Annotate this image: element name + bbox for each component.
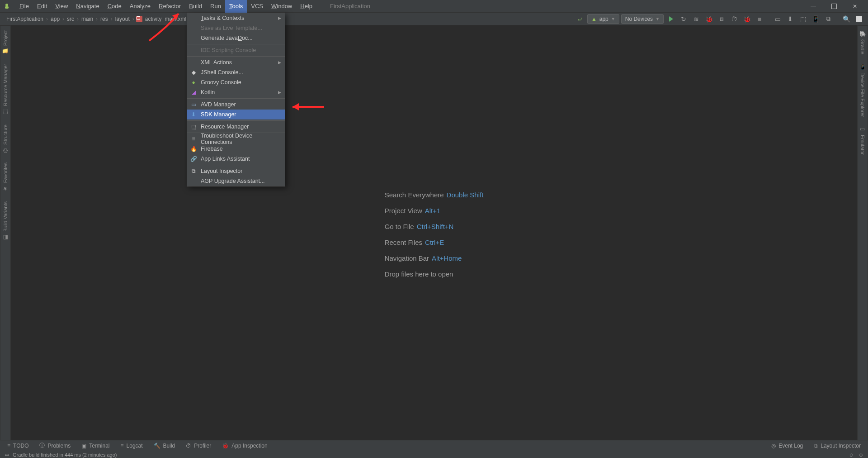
menu-run[interactable]: Run — [206, 0, 225, 13]
welcome-shortcut: Ctrl+Shift+N — [417, 223, 454, 230]
toolwindow-todo[interactable]: ≡TODO — [3, 440, 33, 451]
close-button[interactable] — [844, 0, 865, 13]
coverage-icon[interactable]: ⧈ — [716, 14, 727, 24]
device-file-explorer-icon: 📱 — [859, 63, 866, 70]
debug-step-icon[interactable]: ↻ — [678, 14, 689, 24]
menu-item-label: Groovy Console — [201, 79, 281, 86]
breadcrumb-item[interactable]: src — [66, 16, 75, 22]
toolwindow-build[interactable]: 🔨Build — [149, 440, 180, 451]
breadcrumb-item[interactable]: res — [99, 16, 109, 22]
menu-file[interactable]: File — [15, 0, 33, 13]
tools-resource-manager[interactable]: ⬚Resource Manager — [187, 122, 285, 132]
minimize-button[interactable] — [803, 0, 824, 13]
menu-item-label: Save as Live Template... — [201, 25, 281, 31]
device-explorer-icon[interactable]: 📱 — [810, 14, 821, 24]
menu-navigate[interactable]: Navigate — [72, 0, 103, 13]
avd-icon: ▭ — [190, 101, 197, 108]
attach-debugger-icon[interactable]: 🐞 — [741, 14, 752, 24]
toolwindow-label: Profiler — [194, 443, 211, 449]
menu-build[interactable]: Build — [185, 0, 206, 13]
profiler-icon[interactable]: ≋ — [691, 14, 702, 24]
maximize-button[interactable] — [824, 0, 844, 13]
stripe-emulator[interactable]: ▭Emulator — [859, 121, 866, 159]
breadcrumb-item[interactable]: FirstApplication — [5, 16, 44, 22]
menu-tools[interactable]: Tools — [225, 0, 247, 13]
breadcrumb-sep: › — [44, 16, 50, 22]
status-face-icon[interactable]: ☺ — [849, 452, 854, 458]
stripe-favorites[interactable]: ★Favorites — [2, 158, 9, 196]
breadcrumb-item[interactable]: app — [50, 16, 61, 22]
toolwindow-profiler[interactable]: ⏱Profiler — [181, 440, 216, 451]
sdk-manager-icon[interactable]: ⬇ — [785, 14, 796, 24]
stripe-structure[interactable]: ⌬Structure — [2, 120, 9, 158]
toolwindow-problems[interactable]: ⓘProblems — [35, 440, 75, 451]
menu-separator — [187, 56, 285, 57]
toolwindow-layout-inspector[interactable]: ⧉Layout Inspector — [809, 440, 865, 451]
run-config-selector[interactable]: ▲ app ▼ — [587, 14, 619, 24]
search-icon[interactable]: 🔍 — [841, 14, 852, 24]
tools-layout-inspector[interactable]: ⧉Layout Inspector — [187, 166, 285, 176]
toolwindow-event-log[interactable]: ◎Event Log — [767, 440, 807, 451]
stripe-resource-manager[interactable]: ⬚Resource Manager — [2, 59, 9, 120]
editor-area: Search EverywhereDouble ShiftProject Vie… — [11, 25, 857, 444]
debug-icon[interactable]: 🐞 — [703, 14, 714, 24]
sync-icon[interactable]: ⤾ — [575, 14, 585, 24]
firebase-icon: 🔥 — [190, 145, 197, 153]
welcome-line: Go to FileCtrl+Shift+N — [385, 223, 484, 230]
breadcrumb-item[interactable]: main — [80, 16, 94, 22]
toolwindow-label: Problems — [47, 443, 71, 449]
xml-file-icon — [136, 16, 142, 22]
toolwindow-terminal[interactable]: ▣Terminal — [77, 440, 114, 451]
menu-window[interactable]: Window — [267, 0, 296, 13]
menu-analyze[interactable]: Analyze — [126, 0, 155, 13]
tools-jshell-console[interactable]: ◆JShell Console... — [187, 67, 285, 77]
toolwindow-logcat[interactable]: ≡Logcat — [116, 440, 147, 451]
menu-item-label: Resource Manager — [201, 124, 281, 130]
menu-code[interactable]: Code — [104, 0, 126, 13]
build-variants-icon: ◧ — [2, 234, 9, 241]
right-tool-stripe: 🐘Gradle📱Device File Explorer▭Emulator — [857, 25, 868, 444]
menu-edit[interactable]: Edit — [33, 0, 51, 13]
tools-kotlin[interactable]: ◢Kotlin▶ — [187, 87, 285, 97]
menu-vcs[interactable]: VCS — [247, 0, 267, 13]
tools-tasks-contexts[interactable]: Tasks & Contexts▶ — [187, 13, 285, 23]
menu-view[interactable]: View — [51, 0, 72, 13]
tools-avd-manager[interactable]: ▭AVD Manager — [187, 100, 285, 110]
welcome-text: Project View — [385, 207, 422, 215]
tools-groovy-console[interactable]: ●Groovy Console — [187, 77, 285, 87]
resource-manager-icon[interactable]: ⬚ — [797, 14, 808, 24]
menu-item-label: Layout Inspector — [201, 168, 281, 174]
svg-rect-1 — [5, 6, 9, 9]
tools-sdk-manager[interactable]: ⬇SDK Manager — [187, 110, 285, 119]
menu-help[interactable]: Help — [296, 0, 316, 13]
stop-icon[interactable]: ■ — [754, 14, 765, 24]
run-button[interactable] — [665, 14, 676, 24]
breadcrumb-item[interactable]: layout — [114, 16, 131, 22]
stripe-gradle[interactable]: 🐘Gradle — [859, 26, 866, 59]
profile-icon[interactable]: ⏱ — [729, 14, 740, 24]
breadcrumb[interactable]: FirstApplication›app›src›main›res›layout… — [0, 16, 187, 22]
toolwindow-app-inspection[interactable]: 🐞App Inspection — [217, 440, 272, 451]
breadcrumb-item[interactable]: activity_main.xml — [144, 16, 187, 22]
submenu-arrow-icon: ▶ — [278, 90, 281, 95]
tools-app-links-assistant[interactable]: 🔗App Links Assistant — [187, 154, 285, 164]
layout-icon: ⧉ — [190, 167, 197, 175]
toolwindow-label: Terminal — [89, 443, 109, 449]
stripe-project[interactable]: 📁Project — [2, 26, 9, 59]
tools-firebase[interactable]: 🔥Firebase — [187, 144, 285, 154]
tools-agp-upgrade-assistant[interactable]: AGP Upgrade Assistant... — [187, 176, 285, 186]
sdk-icon: ⬇ — [190, 111, 197, 118]
status-face-icon[interactable]: ☺ — [859, 452, 863, 458]
profile-avatar[interactable] — [854, 14, 864, 24]
device-selector[interactable]: No Devices ▼ — [621, 14, 664, 24]
tools-troubleshoot-device-connections[interactable]: ≡Troubleshoot Device Connections — [187, 134, 285, 144]
tools-xml-actions[interactable]: XML Actions▶ — [187, 57, 285, 67]
layout-inspector-icon[interactable]: ⧉ — [823, 14, 834, 24]
stripe-build-variants[interactable]: ◧Build Variants — [2, 197, 9, 245]
menu-refactor[interactable]: Refactor — [155, 0, 185, 13]
event-log-icon: ◎ — [771, 443, 776, 449]
tools-generate-javadoc[interactable]: Generate JavaDoc... — [187, 33, 285, 43]
menu-separator — [187, 98, 285, 99]
stripe-device-file-explorer[interactable]: 📱Device File Explorer — [859, 59, 866, 121]
avd-manager-icon[interactable]: ▭ — [772, 14, 783, 24]
